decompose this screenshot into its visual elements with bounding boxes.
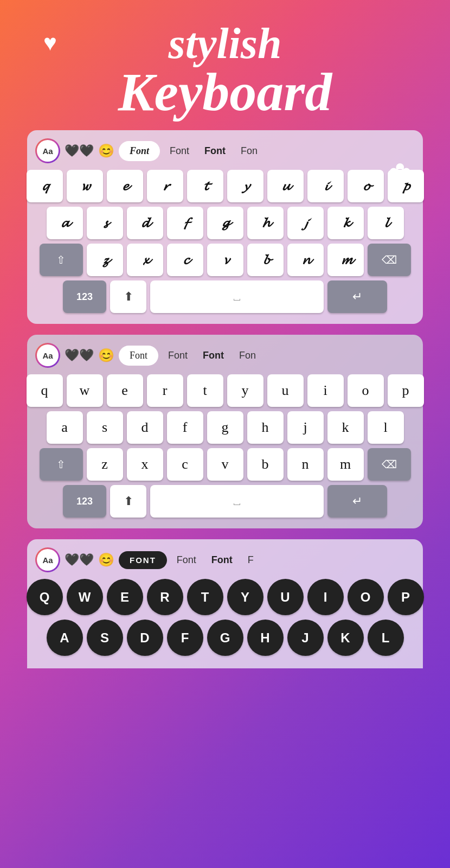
key-x-1[interactable]: 𝔁: [127, 244, 163, 276]
aa-button-3[interactable]: Aa: [35, 547, 60, 572]
key-K-3[interactable]: K: [327, 620, 364, 656]
key-O-3[interactable]: O: [348, 579, 384, 615]
key-F-3[interactable]: F: [167, 620, 203, 656]
font-tab-2-3[interactable]: Font: [171, 550, 202, 570]
key-m-2[interactable]: m: [327, 448, 364, 481]
return-key-2[interactable]: ↵: [327, 485, 387, 518]
key-I-3[interactable]: I: [307, 579, 344, 615]
shift-key-1[interactable]: ⇧: [40, 244, 83, 276]
key-T-3[interactable]: T: [187, 579, 223, 615]
backspace-key-2[interactable]: ⌫: [368, 448, 411, 481]
key-U-3[interactable]: U: [267, 579, 304, 615]
key-v-2[interactable]: v: [207, 448, 243, 481]
font-tab-4-2[interactable]: Fon: [234, 346, 261, 366]
key-x-2[interactable]: x: [127, 448, 163, 481]
key-c-1[interactable]: 𝓬: [167, 244, 203, 276]
key-s-2[interactable]: s: [87, 411, 123, 444]
key-w-1[interactable]: 𝔀: [67, 170, 103, 202]
key-h-1[interactable]: 𝓱: [247, 207, 284, 239]
key-h-2[interactable]: h: [247, 411, 284, 444]
key-j-1[interactable]: 𝓳: [287, 207, 324, 239]
aa-button-1[interactable]: Aa: [35, 138, 60, 163]
key-u-1[interactable]: 𝓾: [267, 170, 304, 202]
key-i-1[interactable]: 𝓲: [307, 170, 344, 202]
aa-button-2[interactable]: Aa: [35, 343, 60, 368]
key-y-2[interactable]: y: [227, 374, 263, 407]
key-z-1[interactable]: 𝔃: [87, 244, 123, 276]
space-key-1[interactable]: ⎵: [150, 280, 324, 313]
key-u-2[interactable]: u: [267, 374, 304, 407]
key-e-2[interactable]: e: [107, 374, 143, 407]
space-key-2[interactable]: ⎵: [150, 485, 324, 518]
key-G-3[interactable]: G: [207, 620, 243, 656]
key-m-1[interactable]: 𝓶: [327, 244, 364, 276]
key-c-2[interactable]: c: [167, 448, 203, 481]
key-i-2[interactable]: i: [307, 374, 344, 407]
key-w-2[interactable]: w: [67, 374, 103, 407]
key-z-2[interactable]: z: [87, 448, 123, 481]
key-d-1[interactable]: 𝓭: [127, 207, 163, 239]
key-s-1[interactable]: 𝓼: [87, 207, 123, 239]
font-tab-3-3[interactable]: Font: [206, 550, 238, 570]
key-W-3[interactable]: W: [67, 579, 103, 615]
font-tab-active-2[interactable]: Font: [119, 346, 158, 366]
num-key-2[interactable]: 123: [63, 485, 106, 518]
key-v-1[interactable]: 𝓿: [207, 244, 243, 276]
font-tab-active-3[interactable]: FONT: [119, 551, 167, 569]
keyboard-2: Aa 🖤🖤 😊 Font Font Font Fon q w e r t y u…: [27, 335, 423, 528]
key-a-1[interactable]: 𝓪: [47, 207, 83, 239]
key-S-3[interactable]: S: [87, 620, 123, 656]
key-g-2[interactable]: g: [207, 411, 243, 444]
key-t-1[interactable]: 𝓽: [187, 170, 223, 202]
key-o-1[interactable]: 𝓸: [348, 170, 384, 202]
key-t-2[interactable]: t: [187, 374, 223, 407]
key-p-2[interactable]: p: [388, 374, 424, 407]
key-y-1[interactable]: 𝔂: [227, 170, 263, 202]
key-g-1[interactable]: 𝓰: [207, 207, 243, 239]
key-r-1[interactable]: 𝓻: [147, 170, 183, 202]
key-l-1[interactable]: 𝓵: [368, 207, 404, 239]
font-tab-active-1[interactable]: Font: [119, 141, 160, 161]
return-key-1[interactable]: ↵: [327, 280, 387, 313]
font-tab-2-1[interactable]: Font: [164, 141, 195, 161]
key-d-2[interactable]: d: [127, 411, 163, 444]
key-r-2[interactable]: r: [147, 374, 183, 407]
key-Y-3[interactable]: Y: [227, 579, 263, 615]
key-R-3[interactable]: R: [147, 579, 183, 615]
key-Q-3[interactable]: Q: [27, 579, 63, 615]
key-l-2[interactable]: l: [368, 411, 404, 444]
key-j-2[interactable]: j: [287, 411, 324, 444]
key-H-3[interactable]: H: [247, 620, 284, 656]
key-n-1[interactable]: 𝓷: [287, 244, 324, 276]
share-key-2[interactable]: ⬆: [110, 485, 146, 518]
key-L-3[interactable]: L: [368, 620, 404, 656]
hearts-icon-2: 🖤🖤: [65, 348, 94, 362]
key-f-1[interactable]: 𝓯: [167, 207, 203, 239]
key-q-1[interactable]: 𝓺: [27, 170, 63, 202]
font-tab-3-1[interactable]: Font: [199, 141, 231, 161]
key-e-1[interactable]: 𝓮: [107, 170, 143, 202]
font-tab-2-2[interactable]: Font: [163, 346, 193, 366]
key-J-3[interactable]: J: [287, 620, 324, 656]
shift-key-2[interactable]: ⇧: [40, 448, 83, 481]
font-tab-4-1[interactable]: Fon: [235, 141, 263, 161]
key-q-2[interactable]: q: [27, 374, 63, 407]
key-b-2[interactable]: b: [247, 448, 284, 481]
key-n-2[interactable]: n: [287, 448, 324, 481]
key-b-1[interactable]: 𝓫: [247, 244, 284, 276]
key-f-2[interactable]: f: [167, 411, 203, 444]
key-k-2[interactable]: k: [327, 411, 364, 444]
key-A-3[interactable]: A: [47, 620, 83, 656]
font-tab-3-2[interactable]: Font: [197, 346, 229, 366]
title-line1: stylish: [0, 22, 450, 65]
key-D-3[interactable]: D: [127, 620, 163, 656]
key-o-2[interactable]: o: [348, 374, 384, 407]
share-key-1[interactable]: ⬆: [110, 280, 146, 313]
num-key-1[interactable]: 123: [63, 280, 106, 313]
key-P-3[interactable]: P: [388, 579, 424, 615]
key-E-3[interactable]: E: [107, 579, 143, 615]
key-a-2[interactable]: a: [47, 411, 83, 444]
key-k-1[interactable]: 𝓴: [327, 207, 364, 239]
backspace-key-1[interactable]: ⌫: [368, 244, 411, 276]
font-tab-4-3[interactable]: F: [242, 550, 259, 570]
